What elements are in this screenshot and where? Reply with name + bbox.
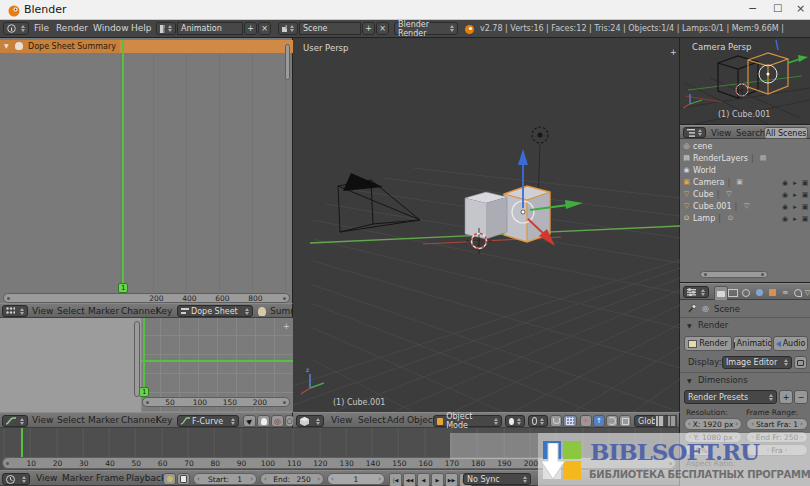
viewport-menu-add[interactable]: Add xyxy=(387,413,404,428)
pin-icon[interactable] xyxy=(687,304,696,314)
mode-select[interactable]: Object Mode xyxy=(433,415,502,427)
menu-window[interactable]: Window xyxy=(93,20,129,37)
end-frame-field[interactable]: ‹ End: 250 › xyxy=(260,473,324,485)
dimensions-section-title[interactable]: Dimensions xyxy=(698,375,748,385)
resolution-y-stepper[interactable]: ‹Y: 1080 px› xyxy=(684,431,742,443)
minimize-button[interactable]: − xyxy=(748,2,757,15)
pivot-point-select[interactable] xyxy=(528,415,548,427)
graph-vertical-scrollbar[interactable] xyxy=(134,321,140,397)
outliner-item-renderlayers[interactable]: ▤ RenderLayers | ▤ xyxy=(680,152,810,164)
outliner-item-scene[interactable]: ◎ cene xyxy=(680,140,810,152)
scene-icon-button[interactable] xyxy=(278,22,298,35)
rotate-manipulator-button[interactable] xyxy=(606,415,618,427)
selectability-toggle[interactable]: ▸ xyxy=(790,203,800,211)
dope-sheet-editor[interactable]: ▼ Dope Sheet Summary 1 200 400 600 800 xyxy=(0,38,293,303)
timeline-editor-type-button[interactable] xyxy=(2,473,30,485)
render-engine-select[interactable]: Blender Render xyxy=(394,22,458,35)
section-collapse-icon[interactable]: ▼ xyxy=(687,322,692,329)
selectability-toggle[interactable]: ▸ xyxy=(790,191,800,199)
timeline-menu-frame[interactable]: Frame xyxy=(96,471,124,486)
resolution-x-stepper[interactable]: ‹X: 1920 px› xyxy=(684,418,742,430)
start-frame-stepper[interactable]: ‹Start Fra: 1› xyxy=(746,418,808,430)
visibility-toggle[interactable]: ◉ xyxy=(780,215,790,223)
renderability-toggle[interactable]: ▣ xyxy=(800,179,810,187)
menu-file[interactable]: File xyxy=(34,20,49,37)
tab-render[interactable] xyxy=(714,286,728,301)
zoom-tool-button[interactable]: ○ xyxy=(285,415,293,427)
snap-toggle-button[interactable] xyxy=(550,415,562,427)
layers-grid-2[interactable] xyxy=(667,415,677,427)
tab-scene[interactable] xyxy=(740,286,752,299)
ghost-curves-button[interactable] xyxy=(257,415,270,427)
graph-menu-view[interactable]: View xyxy=(32,413,53,428)
selectability-toggle[interactable]: ▸ xyxy=(790,179,800,187)
add-layout-button[interactable]: + xyxy=(244,22,257,35)
outliner-scope-select[interactable]: All Scenes xyxy=(764,127,808,139)
graph-menu-marker[interactable]: Marker xyxy=(88,413,119,428)
tab-modifiers[interactable] xyxy=(792,286,804,299)
start-frame-field[interactable]: ‹ Start: 1 › xyxy=(193,473,257,485)
display-lock-button[interactable] xyxy=(794,356,807,369)
outliner-item-cube-001[interactable]: ▽ Cube.001 | ▽ ◉▸▣ xyxy=(680,200,810,212)
graph-menu-channel[interactable]: Channel xyxy=(121,413,158,428)
visibility-toggle[interactable]: ◉ xyxy=(780,203,790,211)
resolution-percentage-stepper[interactable]: 50% xyxy=(684,444,714,456)
tab-object[interactable] xyxy=(766,286,778,299)
graph-plus-icon[interactable]: + xyxy=(283,322,290,331)
camera-view-panel[interactable]: Camera Persp (1) Cube.001 xyxy=(680,38,810,125)
timeline-menu-playback[interactable]: Playback xyxy=(126,471,166,486)
graph-menu-key[interactable]: Key xyxy=(156,413,172,428)
cursor-tool-button[interactable]: ▶ xyxy=(243,415,256,427)
viewport-menu-view[interactable]: View xyxy=(331,413,352,428)
add-preset-button[interactable]: + xyxy=(779,390,793,404)
viewport-editor-type-button[interactable] xyxy=(296,415,324,427)
viewport-3d[interactable]: z User Persp (1) Cube.001 + xyxy=(293,38,680,412)
outliner-horizontal-scrollbar[interactable] xyxy=(700,271,768,278)
viewport-menu-select[interactable]: Select xyxy=(358,413,386,428)
tab-render-layers[interactable] xyxy=(727,286,739,299)
filter-ghost-icon[interactable] xyxy=(258,307,266,316)
current-frame-field[interactable]: ‹ 1 › xyxy=(327,473,385,485)
maximize-button[interactable]: □ xyxy=(773,2,782,13)
renderability-toggle[interactable]: ▣ xyxy=(800,215,810,223)
frame-step-stepper[interactable]: ‹Fra› xyxy=(746,444,808,456)
audio-button[interactable]: Audio xyxy=(773,336,808,351)
render-section-title[interactable]: Render xyxy=(698,320,728,330)
selectability-toggle[interactable]: ▸ xyxy=(790,215,800,223)
tab-data[interactable]: ▽ xyxy=(805,286,810,299)
menu-render[interactable]: Render xyxy=(56,20,88,37)
normalize-button[interactable]: ◎ xyxy=(271,415,284,427)
delete-layout-button[interactable]: × xyxy=(258,22,271,35)
layers-widget[interactable] xyxy=(655,415,677,425)
viewport-menu-object[interactable]: Object xyxy=(407,413,436,428)
screen-layout-icon-button[interactable] xyxy=(156,22,176,35)
visibility-toggle[interactable]: ◉ xyxy=(780,191,790,199)
scale-manipulator-button[interactable] xyxy=(619,415,631,427)
outliner-item-cube[interactable]: ▽ Cube | ▽ ◉▸▣ xyxy=(680,188,810,200)
play-reverse-button[interactable]: ◀ xyxy=(417,473,430,486)
tab-world[interactable] xyxy=(753,286,765,299)
renderability-toggle[interactable]: ▣ xyxy=(800,203,810,211)
dope-menu-channel[interactable]: Channel xyxy=(121,304,158,319)
graph-mode-select[interactable]: F-Curve xyxy=(177,415,239,427)
dope-editor-type-button[interactable] xyxy=(2,305,28,317)
manipulator-toggle-button[interactable]: + xyxy=(580,415,592,427)
add-scene-button[interactable]: + xyxy=(362,22,375,35)
graph-editor[interactable]: 1 50 100 150 200 + xyxy=(0,318,293,412)
timeline-editor[interactable]: 10 20 30 40 50 60 70 80 90 100 110 120 1… xyxy=(0,428,680,470)
outliner-editor-type-button[interactable] xyxy=(683,127,706,138)
properties-editor-type-button[interactable] xyxy=(683,286,709,298)
dope-menu-view[interactable]: View xyxy=(32,304,53,319)
info-editor-type-button[interactable] xyxy=(3,22,29,35)
layers-grid-1[interactable] xyxy=(655,415,665,427)
tab-constraints[interactable]: ∞ xyxy=(779,286,791,299)
snap-element-button[interactable] xyxy=(563,415,577,427)
next-keyframe-button[interactable]: ▶▶ xyxy=(445,473,458,486)
end-frame-stepper[interactable]: ‹End Fr: 250› xyxy=(746,431,808,443)
play-button[interactable]: ▶ xyxy=(431,473,444,486)
outliner-item-world[interactable]: ◉ World xyxy=(680,164,810,176)
outliner-item-lamp[interactable]: ⊙ Lamp | ⊙ ◉▸▣ xyxy=(680,212,810,224)
remove-preset-button[interactable]: − xyxy=(794,390,808,404)
dope-menu-marker[interactable]: Marker xyxy=(88,304,119,319)
close-button[interactable]: × xyxy=(796,2,805,15)
